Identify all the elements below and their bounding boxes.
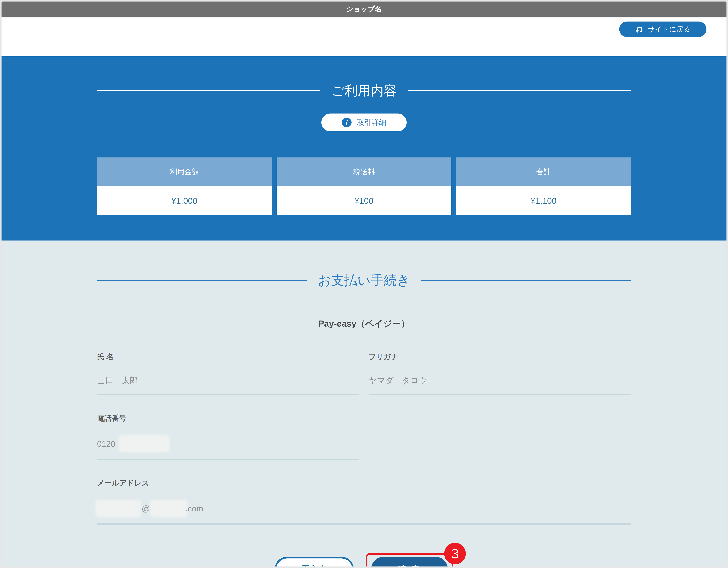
form-row-email: メールアドレス @ .com [97, 478, 631, 525]
name-label: 氏 名 [97, 352, 359, 362]
amount-col-usage: 利用金額 ¥1,000 [97, 158, 272, 215]
email-field: メールアドレス @ .com [97, 478, 631, 525]
usage-title-row: ご利用内容 [97, 82, 631, 100]
amount-table: 利用金額 ¥1,000 税送料 ¥100 合計 ¥1,100 [97, 158, 631, 215]
payment-form: 氏 名 山田 太郎 フリガナ ヤマダ タロウ 電話番号 0120 [97, 352, 631, 525]
back-to-site-label: サイトに戻る [648, 25, 690, 34]
form-buttons-row: 再入力 確 定 3 [2, 553, 726, 566]
transaction-detail-button[interactable]: i 取引詳細 [321, 114, 407, 131]
email-label: メールアドレス [97, 478, 631, 488]
payment-title-rule-left [97, 280, 307, 281]
annotation-highlight-box: 確 定 3 [366, 553, 453, 566]
email-visible-suffix: .com [185, 504, 203, 513]
amount-col-total: 合計 ¥1,100 [456, 158, 631, 215]
kana-field: フリガナ ヤマダ タロウ [369, 352, 631, 395]
confirm-button[interactable]: 確 定 [371, 557, 448, 566]
header-strip: サイトに戻る [2, 17, 726, 56]
kana-label: フリガナ [369, 352, 631, 362]
amount-header-usage: 利用金額 [97, 158, 272, 186]
usage-section: ご利用内容 i 取引詳細 利用金額 ¥1,000 税送料 ¥100 合計 ¥1,… [2, 56, 726, 241]
amount-header-total: 合計 [456, 158, 631, 186]
redaction-mask [152, 501, 186, 516]
form-row-phone: 電話番号 0120 [97, 413, 631, 460]
amount-value-total: ¥1,100 [456, 186, 631, 215]
back-to-site-button[interactable]: サイトに戻る [619, 22, 706, 37]
payment-section-title: お支払い手続き [307, 272, 421, 289]
amount-header-tax-shipping: 税送料 [277, 158, 451, 186]
reenter-button[interactable]: 再入力 [275, 557, 354, 566]
transaction-detail-label: 取引詳細 [357, 118, 386, 127]
return-arrow-icon [635, 25, 643, 33]
kana-value: ヤマダ タロウ [369, 375, 631, 395]
amount-col-tax-shipping: 税送料 ¥100 [277, 158, 451, 215]
payment-method-heading: Pay-easy（ペイジー） [2, 318, 726, 329]
name-field: 氏 名 山田 太郎 [97, 352, 359, 395]
title-rule-left [97, 90, 320, 91]
payment-section: お支払い手続き Pay-easy（ペイジー） 氏 名 山田 太郎 フリガナ ヤマ… [2, 241, 726, 566]
amount-value-usage: ¥1,000 [97, 186, 272, 215]
shop-name-title: ショップ名 [346, 4, 382, 14]
email-value: @ .com [97, 501, 631, 525]
form-row-name: 氏 名 山田 太郎 フリガナ ヤマダ タロウ [97, 352, 631, 395]
usage-section-title: ご利用内容 [320, 82, 408, 100]
info-icon: i [342, 118, 352, 127]
phone-field: 電話番号 0120 [97, 413, 359, 460]
payment-title-row: お支払い手続き [97, 272, 631, 289]
phone-label: 電話番号 [97, 413, 359, 423]
email-at-sign: @ [142, 504, 150, 513]
amount-value-tax-shipping: ¥100 [277, 186, 451, 215]
page-frame: ショップ名 サイトに戻る ご利用内容 i 取引詳細 利用金額 [2, 2, 726, 566]
payment-title-rule-right [421, 280, 631, 281]
title-rule-right [408, 90, 631, 91]
shop-name-bar: ショップ名 [2, 2, 726, 17]
phone-value: 0120 [97, 436, 359, 460]
annotation-step-badge: 3 [444, 543, 466, 564]
phone-visible-digits: 0120 [97, 439, 115, 448]
redaction-mask [97, 501, 140, 516]
name-value: 山田 太郎 [97, 375, 359, 395]
redaction-mask [120, 436, 168, 451]
